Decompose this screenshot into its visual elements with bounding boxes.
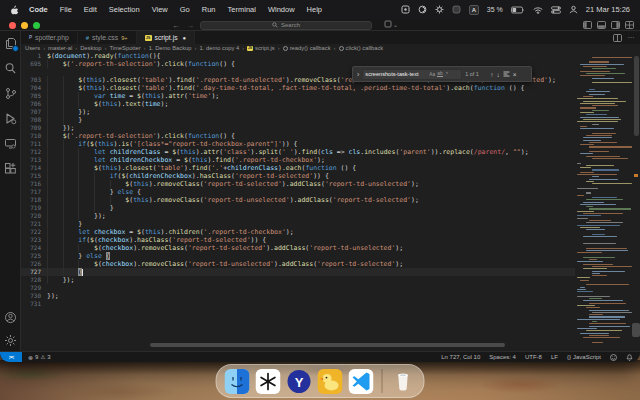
code-line[interactable]: 719 } <box>21 204 575 212</box>
line-number[interactable]: 727 <box>21 268 47 276</box>
close-window-button[interactable] <box>9 22 16 29</box>
code-line[interactable]: 712 let childrenClass = $(this).attr('cl… <box>21 148 575 156</box>
line-number[interactable]: 713 <box>21 156 47 164</box>
encoding-status[interactable]: UTF-8 <box>525 354 542 360</box>
dock-vscode-icon[interactable] <box>349 369 374 394</box>
code-line[interactable]: 720 }); <box>21 212 575 220</box>
line-number[interactable]: 721 <box>21 220 47 228</box>
code-line[interactable]: 731 <box>21 300 575 308</box>
account-icon[interactable] <box>3 310 17 324</box>
battery-icon[interactable] <box>511 6 525 14</box>
code-line[interactable]: 717 } else { <box>21 188 575 196</box>
toggle-panel-icon[interactable] <box>597 21 606 29</box>
menubar-extra-icon-2[interactable] <box>418 5 427 14</box>
search-sidebar-icon[interactable] <box>3 61 17 75</box>
settings-gear-icon[interactable] <box>3 333 17 347</box>
breadcrumb-item[interactable]: click() callback <box>339 45 384 51</box>
menu-selection[interactable]: Selection <box>109 5 140 14</box>
code-editor[interactable]: 1$(document).ready(function(){695 $('.re… <box>21 52 640 351</box>
code-line[interactable]: 726 $(checkbox).removeClass('report-td-u… <box>21 260 575 268</box>
breadcrumb-item[interactable]: master-al <box>48 45 72 51</box>
feedback-icon[interactable] <box>610 354 617 361</box>
problems-status[interactable]: ⊗ 9 ⚠ 3 <box>22 354 51 361</box>
code-line[interactable]: 730}); <box>21 292 575 300</box>
extensions-icon[interactable] <box>3 161 17 175</box>
wifi-icon[interactable] <box>533 6 543 14</box>
back-icon[interactable]: ← <box>172 21 180 30</box>
line-number[interactable]: 714 <box>21 164 47 172</box>
find-next-icon[interactable]: ↓ <box>497 71 500 78</box>
code-line[interactable]: 725 } else { <box>21 252 575 260</box>
breadcrumb-item[interactable]: 1. Demo Backup <box>149 45 192 51</box>
remote-indicator[interactable]: >< <box>0 352 22 362</box>
menubar-extra-icon-1[interactable] <box>401 5 410 14</box>
dock-duck-icon[interactable] <box>318 369 343 394</box>
line-number[interactable]: 1 <box>21 52 47 60</box>
split-editor-icon[interactable] <box>613 34 622 42</box>
line-number[interactable]: 719 <box>21 204 47 212</box>
menubar-extra-icon-4[interactable] <box>452 5 461 14</box>
minimize-window-button[interactable] <box>21 22 28 29</box>
code-line[interactable]: 704 $(this).closest('table').find('.day-… <box>21 84 575 92</box>
code-line[interactable]: 710 $('.report-td-selection').click(func… <box>21 132 575 140</box>
code-line[interactable]: 724 $(checkbox).removeClass('report-td-s… <box>21 244 575 252</box>
breadcrumb-item[interactable]: Users <box>25 45 40 51</box>
dock-finder-icon[interactable] <box>225 369 250 394</box>
menubar-extra-icon-3[interactable] <box>435 5 444 14</box>
line-number[interactable]: 715 <box>21 172 47 180</box>
menu-edit[interactable]: Edit <box>84 5 97 14</box>
code-line[interactable]: 722 let checkbox = $(this).children('.re… <box>21 228 575 236</box>
run-debug-icon[interactable] <box>3 111 17 125</box>
line-number[interactable]: 728 <box>21 276 47 284</box>
command-center-search[interactable]: Search <box>200 21 372 30</box>
code-line[interactable]: 705 var time = $(this).attr('time'); <box>21 92 575 100</box>
line-number[interactable]: 718 <box>21 196 47 204</box>
menu-run[interactable]: Run <box>202 5 216 14</box>
find-expand-chevron-icon[interactable]: › <box>357 71 359 78</box>
eol-status[interactable]: LF <box>551 354 558 360</box>
line-number[interactable]: 731 <box>21 300 47 308</box>
control-center-icon[interactable] <box>551 6 561 14</box>
line-number[interactable]: 709 <box>21 124 47 132</box>
titlebar-extra-icon[interactable]: ⌄ <box>384 20 398 28</box>
code-line[interactable]: 728 }); <box>21 276 575 284</box>
code-line[interactable]: 707 }); <box>21 108 575 116</box>
menu-help[interactable]: Help <box>307 5 322 14</box>
find-input[interactable] <box>365 71 427 77</box>
dock-chatgpt-icon[interactable] <box>256 369 281 394</box>
menu-window[interactable]: Window <box>268 5 295 14</box>
code-line[interactable]: 716 $(this).removeClass('report-td-selec… <box>21 180 575 188</box>
code-line[interactable]: 715 if($(childrenCheckbox).hasClass('rep… <box>21 172 575 180</box>
menu-file[interactable]: File <box>60 5 72 14</box>
code-line[interactable]: 706 $(this).text(time); <box>21 100 575 108</box>
line-number[interactable]: 730 <box>21 292 47 300</box>
code-line[interactable]: 718 $(this).removeClass('report-td-unsel… <box>21 196 575 204</box>
line-number[interactable]: 729 <box>21 284 47 292</box>
user-menu-icon[interactable] <box>569 5 578 14</box>
line-number[interactable]: 695 <box>21 60 47 68</box>
code-line[interactable]: 708 } <box>21 116 575 124</box>
code-line[interactable]: 721 } <box>21 220 575 228</box>
indentation-status[interactable]: Spaces: 4 <box>489 354 516 360</box>
apple-menu-icon[interactable] <box>10 4 19 15</box>
remote-explorer-icon[interactable] <box>3 136 17 150</box>
line-number[interactable]: 707 <box>21 108 47 116</box>
toggle-sidebar-icon[interactable] <box>583 21 592 29</box>
dock-trash-icon[interactable] <box>391 369 416 394</box>
find-previous-icon[interactable]: ↑ <box>490 71 493 78</box>
dock-yandex-browser-icon[interactable]: Y <box>287 369 312 394</box>
line-number[interactable]: 705 <box>21 92 47 100</box>
breadcrumb-item[interactable]: TimeSpotter <box>109 45 140 51</box>
tab-spotter.php[interactable]: Pspotter.php <box>21 31 78 44</box>
vertical-scrollbar[interactable] <box>634 56 639 136</box>
zoom-window-button[interactable] <box>33 22 40 29</box>
menubar-clock[interactable]: 21 Mar 15:26 <box>586 5 630 14</box>
find-close-icon[interactable]: × <box>513 71 517 78</box>
tab-style.css[interactable]: #style.css9+ <box>78 31 137 44</box>
menu-terminal[interactable]: Terminal <box>228 5 256 14</box>
cursor-position[interactable]: Ln 727, Col 10 <box>441 354 480 360</box>
menu-code[interactable]: Code <box>29 5 48 14</box>
breadcrumb-item[interactable]: Desktop <box>80 45 101 51</box>
code-line[interactable]: 1$(document).ready(function(){ <box>21 52 575 60</box>
toggle-secondary-sidebar-icon[interactable] <box>611 21 620 29</box>
